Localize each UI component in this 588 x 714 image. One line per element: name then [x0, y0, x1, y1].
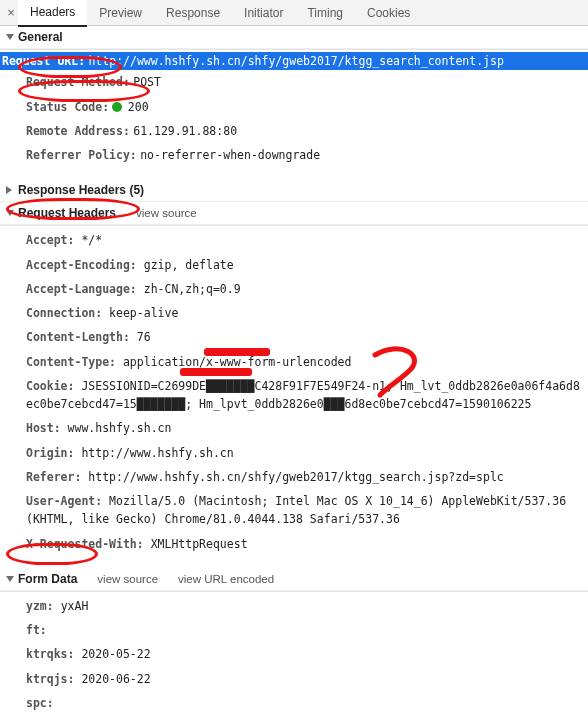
row-request-url: Request URL: http://www.hshfy.sh.cn/shfy… [0, 52, 588, 70]
table-row: Content-Type: application/x-www-form-url… [0, 350, 588, 374]
tab-initiator[interactable]: Initiator [232, 0, 295, 26]
row-key: Status Code: [26, 100, 109, 114]
caret-down-icon [6, 210, 14, 216]
row-val: zh-CN,zh;q=0.9 [144, 282, 241, 296]
row-referrer-policy: Referrer Policy: no-referrer-when-downgr… [0, 143, 588, 167]
row-key: Request Method: [26, 75, 130, 89]
section-title: Form Data [18, 572, 77, 586]
section-form-data-header[interactable]: Form Data view source view URL encoded [0, 568, 588, 591]
caret-down-icon [6, 576, 14, 582]
row-key: ktrqjs: [26, 672, 81, 686]
table-row: Host: www.hshfy.sh.cn [0, 416, 588, 440]
row-val: */* [81, 233, 102, 247]
caret-down-icon [6, 34, 14, 40]
section-response-headers-header[interactable]: Response Headers (5) [0, 179, 588, 202]
row-key: ktrqks: [26, 647, 81, 661]
row-remote-address: Remote Address: 61.129.91.88:80 [0, 119, 588, 143]
row-val: http://www.hshfy.sh.cn/shfy/gweb2017/ktg… [88, 54, 503, 68]
table-row: ft: [0, 618, 588, 642]
caret-right-icon [6, 186, 12, 194]
row-val: yxAH [61, 599, 89, 613]
table-row: ktrqjs: 2020-06-22 [0, 667, 588, 691]
table-row: X-Requested-With: XMLHttpRequest [0, 532, 588, 556]
row-key: Accept: [26, 233, 81, 247]
table-row: Origin: http://www.hshfy.sh.cn [0, 441, 588, 465]
row-key: Accept-Encoding: [26, 258, 144, 272]
row-val: http://www.hshfy.sh.cn/shfy/gweb2017/ktg… [88, 470, 503, 484]
section-request-headers-body: Accept: */*Accept-Encoding: gzip, deflat… [0, 225, 588, 568]
row-key: spc: [26, 696, 54, 710]
section-title: Request Headers [18, 206, 116, 220]
table-row: spc: [0, 691, 588, 714]
table-row: Referer: http://www.hshfy.sh.cn/shfy/gwe… [0, 465, 588, 489]
row-request-method: Request Method: POST [0, 70, 588, 94]
row-key: User-Agent: [26, 494, 109, 508]
table-row: ktrqks: 2020-05-22 [0, 642, 588, 666]
row-val: XMLHttpRequest [151, 537, 248, 551]
row-key: X-Requested-With: [26, 537, 151, 551]
tab-preview[interactable]: Preview [87, 0, 154, 26]
row-val: POST [133, 75, 161, 89]
table-row: yzm: yxAH [0, 594, 588, 618]
section-general-header[interactable]: General [0, 26, 588, 49]
table-row: Connection: keep-alive [0, 301, 588, 325]
row-key: Referrer Policy: [26, 148, 137, 162]
section-title: Response Headers (5) [18, 183, 144, 197]
section-form-data-body: yzm: yxAHft: ktrqks: 2020-05-22ktrqjs: 2… [0, 591, 588, 714]
row-val: application/x-www-form-urlencoded [123, 355, 351, 369]
table-row: Accept-Encoding: gzip, deflate [0, 253, 588, 277]
row-val: keep-alive [109, 306, 178, 320]
row-val: no-referrer-when-downgrade [140, 148, 320, 162]
row-val: 61.129.91.88:80 [133, 124, 237, 138]
view-source-link[interactable]: view source [136, 207, 197, 219]
row-val: JSESSIONID=C2699DE███████C428F91F7E549F2… [26, 379, 580, 411]
view-source-link[interactable]: view source [97, 573, 158, 585]
table-row: User-Agent: Mozilla/5.0 (Macintosh; Inte… [0, 489, 588, 532]
view-url-encoded-link[interactable]: view URL encoded [178, 573, 274, 585]
section-title: General [18, 30, 63, 44]
tab-cookies[interactable]: Cookies [355, 0, 422, 26]
row-key: ft: [26, 623, 47, 637]
row-key: Referer: [26, 470, 88, 484]
tab-headers[interactable]: Headers [18, 0, 87, 27]
row-key: Request URL: [2, 54, 85, 68]
row-val: http://www.hshfy.sh.cn [81, 446, 233, 460]
table-row: Content-Length: 76 [0, 325, 588, 349]
row-key: Content-Type: [26, 355, 123, 369]
row-val: www.hshfy.sh.cn [68, 421, 172, 435]
row-val: 200 [128, 100, 149, 114]
row-key: Cookie: [26, 379, 81, 393]
section-general-body: Request URL: http://www.hshfy.sh.cn/shfy… [0, 49, 588, 179]
status-dot-icon [112, 102, 122, 112]
row-val: 2020-05-22 [81, 647, 150, 661]
row-val: 76 [137, 330, 151, 344]
table-row: Accept-Language: zh-CN,zh;q=0.9 [0, 277, 588, 301]
row-key: Remote Address: [26, 124, 130, 138]
section-request-headers-header[interactable]: Request Headers view source [0, 202, 588, 225]
close-icon[interactable]: × [4, 5, 18, 20]
row-key: Content-Length: [26, 330, 137, 344]
tab-response[interactable]: Response [154, 0, 232, 26]
row-val: 2020-06-22 [81, 672, 150, 686]
row-key: Host: [26, 421, 68, 435]
row-status-code: Status Code: 200 [0, 95, 588, 119]
table-row: Cookie: JSESSIONID=C2699DE███████C428F91… [0, 374, 588, 417]
table-row: Accept: */* [0, 228, 588, 252]
row-key: yzm: [26, 599, 61, 613]
row-key: Connection: [26, 306, 109, 320]
row-val: gzip, deflate [144, 258, 234, 272]
tab-timing[interactable]: Timing [295, 0, 355, 26]
row-key: Origin: [26, 446, 81, 460]
row-key: Accept-Language: [26, 282, 144, 296]
